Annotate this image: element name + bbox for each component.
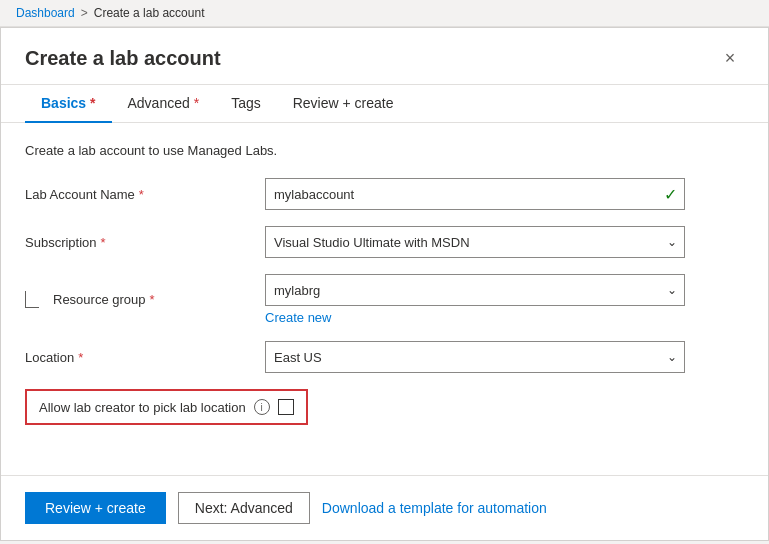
location-select-wrapper: East US ⌄ <box>265 341 685 373</box>
subscription-required: * <box>101 235 106 250</box>
subscription-label: Subscription * <box>25 235 265 250</box>
lab-account-name-input[interactable] <box>265 178 685 210</box>
tab-advanced-asterisk: * <box>190 95 199 111</box>
lab-account-name-label: Lab Account Name * <box>25 187 265 202</box>
next-advanced-button[interactable]: Next: Advanced <box>178 492 310 524</box>
location-select[interactable]: East US <box>265 341 685 373</box>
location-label: Location * <box>25 350 265 365</box>
resource-group-select-wrapper: mylabrg ⌄ <box>265 274 685 306</box>
resource-group-inner: Resource group * mylabrg ⌄ Create new <box>25 274 744 325</box>
modal-header: Create a lab account × <box>1 28 768 85</box>
lab-account-name-row: Lab Account Name * ✓ <box>25 178 744 210</box>
resource-group-label: Resource group * <box>25 292 265 307</box>
tab-advanced[interactable]: Advanced * <box>112 85 216 123</box>
location-required: * <box>78 350 83 365</box>
download-template-link[interactable]: Download a template for automation <box>322 500 547 516</box>
subscription-control: Visual Studio Ultimate with MSDN ⌄ <box>265 226 685 258</box>
subscription-select-wrapper: Visual Studio Ultimate with MSDN ⌄ <box>265 226 685 258</box>
valid-check-icon: ✓ <box>664 185 677 204</box>
resource-group-required: * <box>150 292 155 307</box>
tab-review-create[interactable]: Review + create <box>277 85 410 123</box>
close-button[interactable]: × <box>716 44 744 72</box>
resource-group-indent <box>25 299 45 300</box>
form-description: Create a lab account to use Managed Labs… <box>25 143 744 158</box>
location-row: Location * East US ⌄ <box>25 341 744 373</box>
location-control: East US ⌄ <box>265 341 685 373</box>
lab-account-name-control: ✓ <box>265 178 685 210</box>
modal-title: Create a lab account <box>25 47 221 70</box>
tab-navigation: Basics * Advanced * Tags Review + create <box>1 85 768 123</box>
allow-lab-creator-row: Allow lab creator to pick lab location i <box>25 389 308 425</box>
tab-tags[interactable]: Tags <box>215 85 277 123</box>
lab-account-name-required: * <box>139 187 144 202</box>
breadcrumb-bar: Dashboard > Create a lab account <box>0 0 769 27</box>
breadcrumb-home[interactable]: Dashboard <box>16 6 75 20</box>
lab-account-name-input-wrapper: ✓ <box>265 178 685 210</box>
modal: Create a lab account × Basics * Advanced… <box>0 27 769 541</box>
tab-basics-label: Basics <box>41 95 86 111</box>
tab-basics-asterisk: * <box>86 95 95 111</box>
subscription-row: Subscription * Visual Studio Ultimate wi… <box>25 226 744 258</box>
allow-lab-creator-checkbox[interactable] <box>278 399 294 415</box>
tab-basics[interactable]: Basics * <box>25 85 112 123</box>
allow-lab-creator-label: Allow lab creator to pick lab location <box>39 400 246 415</box>
modal-footer: Review + create Next: Advanced Download … <box>1 475 768 540</box>
review-create-button[interactable]: Review + create <box>25 492 166 524</box>
subscription-select[interactable]: Visual Studio Ultimate with MSDN <box>265 226 685 258</box>
resource-group-row: Resource group * mylabrg ⌄ Create new <box>25 274 744 325</box>
resource-group-control: mylabrg ⌄ Create new <box>265 274 685 325</box>
info-icon[interactable]: i <box>254 399 270 415</box>
breadcrumb-separator: > <box>81 6 88 20</box>
create-new-link[interactable]: Create new <box>265 310 685 325</box>
tab-review-create-label: Review + create <box>293 95 394 111</box>
tab-advanced-label: Advanced <box>128 95 190 111</box>
tab-tags-label: Tags <box>231 95 261 111</box>
modal-body: Create a lab account to use Managed Labs… <box>1 123 768 475</box>
breadcrumb-current: Create a lab account <box>94 6 205 20</box>
resource-group-select[interactable]: mylabrg <box>265 274 685 306</box>
